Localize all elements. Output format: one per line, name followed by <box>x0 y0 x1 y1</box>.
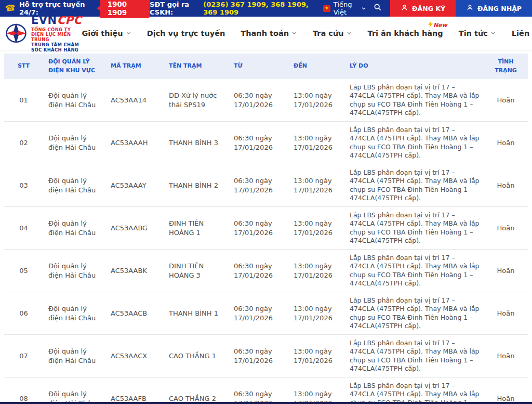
table-row: 02 Đội quản lý điện Hải Châu AC53AAAH TH… <box>4 122 528 164</box>
cell-stt: 04 <box>4 207 43 250</box>
table-row: 08 Đội quản lý điện Hải Châu AC53AAFB CA… <box>4 377 528 404</box>
main-header: EVNCPC TỔNG CÔNG TY ĐIỆN LỰC MIỀN TRUNG … <box>0 17 532 50</box>
col-station-code: MÃ TRẠM <box>105 54 164 79</box>
nav-thanh-toan[interactable]: Thanh toán <box>241 29 297 37</box>
table-row: 04 Đội quản lý điện Hải Châu AC53AABG ĐI… <box>4 207 528 250</box>
outage-table-body: 01 Đội quản lý điện Hải Châu AC53AA14 DD… <box>4 79 528 404</box>
lightning-icon <box>428 21 433 29</box>
col-stt: STT <box>4 54 43 79</box>
nav-gioi-thieu[interactable]: Giới thiệu <box>82 29 131 37</box>
cell-team: Đội quản lý điện Hải Châu <box>43 79 105 122</box>
cell-to: 13:00 ngày 17/01/2026 <box>288 250 344 292</box>
cell-station-code: AC53AABG <box>105 207 164 250</box>
table-header-row: STT ĐỘI QUẢN LÝ ĐIỆN KHU VỰC MÃ TRẠM TÊN… <box>4 54 528 79</box>
cell-station-name: ĐINH TIÊN HOÀNG 3 <box>164 250 229 292</box>
nav-tra-cuu[interactable]: Tra cứu <box>313 29 352 37</box>
cell-stt: 05 <box>4 250 43 292</box>
company-line-2: TRUNG TÂM CHĂM SÓC KHÁCH HÀNG <box>31 43 82 53</box>
cell-reason: Lắp LBS phân đoạn tại vị trí 17 – 474CLA… <box>344 79 484 122</box>
col-to: ĐẾN <box>288 54 344 79</box>
cell-station-name: ĐINH TIÊN HOÀNG 1 <box>164 207 229 250</box>
cell-stt: 07 <box>4 335 43 377</box>
cskh-block: SĐT gọi ra CSKH: (0236) 367 1909, 368 19… <box>150 0 315 17</box>
cell-team: Đội quản lý điện Hải Châu <box>43 377 105 404</box>
cskh-label: SĐT gọi ra CSKH: <box>150 1 201 16</box>
vietnam-flag-icon <box>323 5 330 12</box>
cell-status: Hoãn <box>484 122 528 164</box>
bottom-edge-bar <box>0 402 532 404</box>
cell-station-code: AC53AABK <box>105 250 164 292</box>
cell-station-code: AC53AAAH <box>105 122 164 164</box>
cell-from: 06:30 ngày 17/01/2026 <box>229 79 288 122</box>
cell-stt: 08 <box>4 377 43 404</box>
nav-tri-an-khach-hang[interactable]: Tri ân khách hàng New <box>368 29 443 37</box>
cell-reason: Lắp LBS phân đoạn tại vị trí 17 – 474CLA… <box>344 292 484 335</box>
cell-to: 13:00 ngày 17/01/2026 <box>288 79 344 122</box>
user-icon <box>401 4 408 13</box>
chevron-down-icon <box>490 29 496 37</box>
cell-status: Hoãn <box>484 164 528 207</box>
cell-reason: Lắp LBS phân đoạn tại vị trí 17 – 474CLA… <box>344 377 484 404</box>
col-station-name: TÊN TRẠM <box>164 54 229 79</box>
cell-to: 13:00 ngày 17/01/2026 <box>288 164 344 207</box>
nav-tin-tuc[interactable]: Tin tức <box>459 29 496 37</box>
new-badge: New <box>428 21 447 29</box>
chevron-down-icon <box>291 29 297 37</box>
cell-from: 06:30 ngày 17/01/2026 <box>229 207 288 250</box>
login-button[interactable]: ĐĂNG NHẬP <box>456 0 532 17</box>
cell-station-name: CAO THẮNG 2 <box>164 377 229 404</box>
cell-station-name: DD-Xử lý nước thải SPS19 <box>164 79 229 122</box>
language-selector[interactable]: Tiếng Việt <box>323 0 366 17</box>
cell-status: Hoãn <box>484 250 528 292</box>
cell-station-code: AC53AACB <box>105 292 164 335</box>
cell-stt: 02 <box>4 122 43 164</box>
outage-table: STT ĐỘI QUẢN LÝ ĐIỆN KHU VỰC MÃ TRẠM TÊN… <box>4 54 528 404</box>
cell-to: 13:00 ngày 17/01/2026 <box>288 335 344 377</box>
cell-stt: 06 <box>4 292 43 335</box>
col-status: TÌNH TRẠNG <box>484 54 528 79</box>
cell-station-code: AC53AA14 <box>105 79 164 122</box>
chevron-down-icon <box>361 6 366 11</box>
cell-status: Hoãn <box>484 292 528 335</box>
hotline-badge[interactable]: 1900 1909 <box>100 0 150 18</box>
phone-icon: ☎ <box>5 4 16 14</box>
cell-station-name: CAO THẮNG 1 <box>164 335 229 377</box>
cell-from: 06:30 ngày 17/01/2026 <box>229 377 288 404</box>
evncpc-logo[interactable]: EVNCPC TỔNG CÔNG TY ĐIỆN LỰC MIỀN TRUNG … <box>5 14 82 53</box>
cell-status: Hoãn <box>484 377 528 404</box>
login-label: ĐĂNG NHẬP <box>477 5 522 12</box>
language-label: Tiếng Việt <box>334 1 358 16</box>
nav-lien-he[interactable]: Liên hệ <box>512 29 532 37</box>
logo-text: EVNCPC TỔNG CÔNG TY ĐIỆN LỰC MIỀN TRUNG … <box>31 14 82 53</box>
col-reason: LÝ DO <box>344 54 484 79</box>
col-from: TỪ <box>229 54 288 79</box>
cell-from: 06:30 ngày 17/01/2026 <box>229 250 288 292</box>
cell-team: Đội quản lý điện Hải Châu <box>43 164 105 207</box>
main-nav: Giới thiệu Dịch vụ trực tuyến Thanh toán… <box>82 29 532 37</box>
nav-dich-vu-truc-tuyen[interactable]: Dịch vụ trực tuyến <box>147 29 225 37</box>
table-row: 06 Đội quản lý điện Hải Châu AC53AACB TH… <box>4 292 528 335</box>
cell-stt: 01 <box>4 79 43 122</box>
cell-reason: Lắp LBS phân đoạn tại vị trí 17 – 474CLA… <box>344 164 484 207</box>
cell-to: 13:00 ngày 17/01/2026 <box>288 122 344 164</box>
cell-station-name: THANH BÌNH 2 <box>164 164 229 207</box>
cell-reason: Lắp LBS phân đoạn tại vị trí 17 – 474CLA… <box>344 335 484 377</box>
cell-from: 06:30 ngày 17/01/2026 <box>229 164 288 207</box>
col-team: ĐỘI QUẢN LÝ ĐIỆN KHU VỰC <box>43 54 105 79</box>
search-button[interactable] <box>366 0 390 17</box>
table-row: 01 Đội quản lý điện Hải Châu AC53AA14 DD… <box>4 79 528 122</box>
table-row: 03 Đội quản lý điện Hải Châu AC53AAAY TH… <box>4 164 528 207</box>
cell-status: Hoãn <box>484 207 528 250</box>
cell-station-code: AC53AAAY <box>105 164 164 207</box>
cell-station-name: THANH BÌNH 1 <box>164 292 229 335</box>
register-button[interactable]: ĐĂNG KÝ <box>390 0 456 17</box>
cell-station-code: AC53AACX <box>105 335 164 377</box>
cell-reason: Lắp LBS phân đoạn tại vị trí 17 – 474CLA… <box>344 122 484 164</box>
cell-reason: Lắp LBS phân đoạn tại vị trí 17 – 474CLA… <box>344 207 484 250</box>
cell-station-code: AC53AAFB <box>105 377 164 404</box>
cskh-numbers: (0236) 367 1909, 368 1909, 369 1909 <box>203 1 315 16</box>
cell-team: Đội quản lý điện Hải Châu <box>43 292 105 335</box>
company-line-1: TỔNG CÔNG TY ĐIỆN LỰC MIỀN TRUNG <box>31 28 82 43</box>
cell-to: 13:00 ngày 17/01/2026 <box>288 207 344 250</box>
cell-status: Hoãn <box>484 79 528 122</box>
